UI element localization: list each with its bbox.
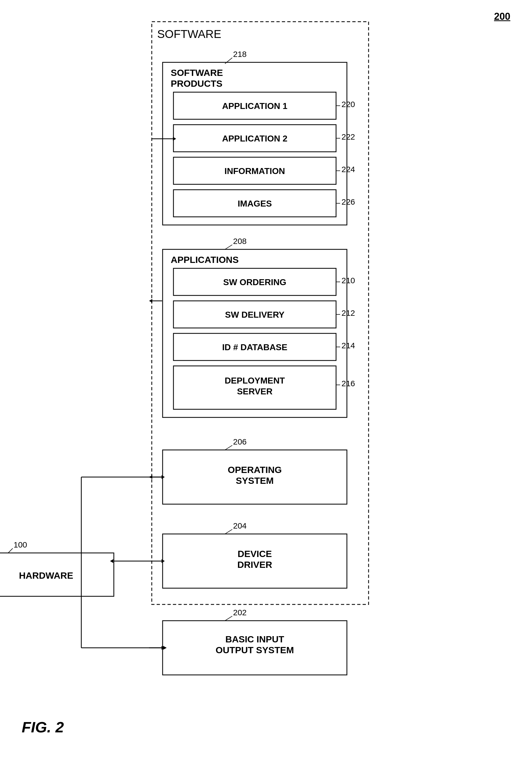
arrow-apps-left <box>149 299 152 303</box>
id-database-label: ID # DATABASE <box>222 342 287 352</box>
sw-delivery-label: SW DELIVERY <box>225 310 284 320</box>
application2-label: APPLICATION 2 <box>222 134 287 143</box>
svg-line-0 <box>225 58 232 64</box>
applications-title: APPLICATIONS <box>171 255 239 265</box>
diagram-svg: SOFTWARE 218 SOFTWARE PRODUCTS APPLICATI… <box>81 14 474 691</box>
ref-222: 222 <box>342 132 355 141</box>
ref-208: 208 <box>233 237 247 246</box>
sw-ordering-label: SW ORDERING <box>223 277 286 287</box>
svg-line-17 <box>8 548 13 553</box>
ref-224: 224 <box>342 165 355 174</box>
svg-line-6 <box>225 245 232 249</box>
ref-210: 210 <box>342 276 355 285</box>
application1-label: APPLICATION 1 <box>222 101 287 111</box>
sw-products-title2: PRODUCTS <box>171 78 223 89</box>
hardware-label: HARDWARE <box>19 570 73 581</box>
dd-label1: DEVICE <box>238 549 272 559</box>
ref-216: 216 <box>342 379 355 388</box>
ref-202: 202 <box>233 608 247 617</box>
os-label2: SYSTEM <box>236 476 274 486</box>
ref-218: 218 <box>233 50 247 58</box>
svg-line-15 <box>225 616 232 621</box>
images-label: IMAGES <box>238 199 272 208</box>
ref-212: 212 <box>342 308 355 317</box>
sw-products-title: SOFTWARE <box>171 67 223 78</box>
svg-line-14 <box>225 529 232 534</box>
ref-226: 226 <box>342 197 355 206</box>
information-label: INFORMATION <box>224 166 285 176</box>
dd-label2: DRIVER <box>237 559 272 570</box>
page-number: 200 <box>494 11 510 22</box>
ref-206: 206 <box>233 437 247 446</box>
fig-label: FIG. 2 <box>22 718 64 736</box>
bios-label1: BASIC INPUT <box>225 634 284 644</box>
software-label: SOFTWARE <box>157 28 221 41</box>
deployment-server-label1: DEPLOYMENT <box>225 376 285 385</box>
svg-line-12 <box>225 445 232 450</box>
deployment-server-label2: SERVER <box>237 386 272 396</box>
bios-label2: OUTPUT SYSTEM <box>215 645 294 655</box>
os-label1: OPERATING <box>228 465 282 475</box>
ref-100: 100 <box>14 540 27 549</box>
ref-220: 220 <box>342 100 355 109</box>
ref-214: 214 <box>342 341 355 350</box>
ref-204: 204 <box>233 521 247 530</box>
